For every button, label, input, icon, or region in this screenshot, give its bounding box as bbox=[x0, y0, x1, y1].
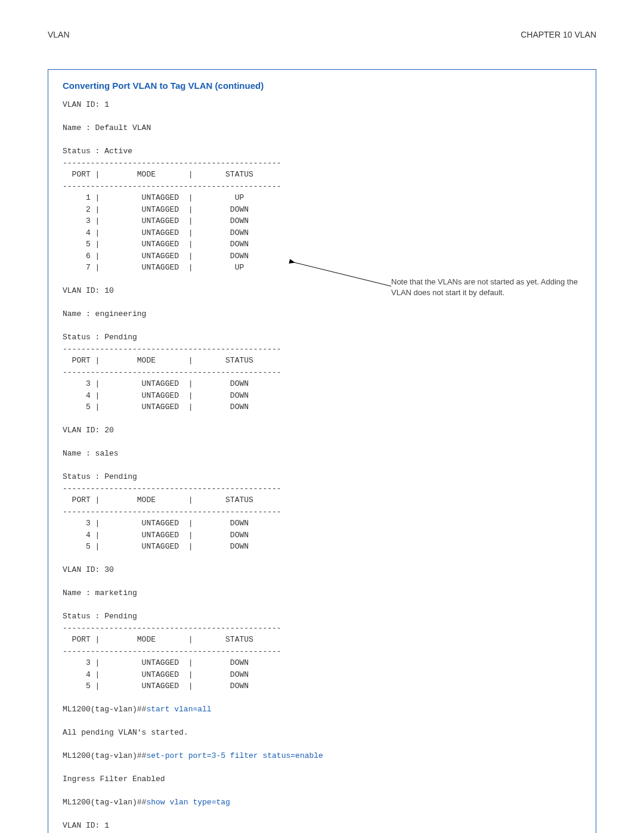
command2: set-port port=3-5 filter status=enable bbox=[146, 751, 323, 760]
box-title: Converting Port VLAN to Tag VLAN (contin… bbox=[63, 80, 581, 91]
vlan30-row: 5 | UNTAGGED | DOWN bbox=[63, 682, 249, 690]
vlan1-row: 7 | UNTAGGED | UP bbox=[63, 263, 244, 272]
prompt3: ML1200(tag-vlan)## bbox=[63, 798, 146, 807]
vlan20-name: Name : sales bbox=[63, 449, 119, 458]
vlan30-row: 4 | UNTAGGED | DOWN bbox=[63, 670, 249, 679]
vlan1-header: PORT | MODE | STATUS bbox=[63, 170, 253, 179]
vlan20-status: Status : Pending bbox=[63, 472, 137, 481]
vlan10-name: Name : engineering bbox=[63, 309, 146, 318]
example-box: Converting Port VLAN to Tag VLAN (contin… bbox=[48, 69, 596, 833]
vlan1-row: 2 | UNTAGGED | DOWN bbox=[63, 205, 249, 214]
vlan-end-id: VLAN ID: 1 bbox=[63, 821, 109, 830]
prompt1: ML1200(tag-vlan)## bbox=[63, 705, 146, 714]
command3: show vlan type=tag bbox=[146, 798, 230, 807]
vlan10-status: Status : Pending bbox=[63, 333, 137, 342]
response2: Ingress Filter Enabled bbox=[63, 775, 165, 784]
dash: ----------------------------------------… bbox=[63, 507, 281, 516]
vlan20-row: 3 | UNTAGGED | DOWN bbox=[63, 519, 249, 528]
header-left: VLAN bbox=[48, 30, 70, 39]
prompt2: ML1200(tag-vlan)## bbox=[63, 751, 146, 760]
dash: ----------------------------------------… bbox=[63, 159, 281, 168]
dash: ----------------------------------------… bbox=[63, 484, 281, 493]
command1: start vlan=all bbox=[146, 705, 211, 714]
document-page: VLAN CHAPTER 10 VLAN Converting Port VLA… bbox=[0, 0, 644, 833]
vlan1-row: 3 | UNTAGGED | DOWN bbox=[63, 216, 249, 225]
vlan1-row: 4 | UNTAGGED | DOWN bbox=[63, 228, 249, 237]
vlan20-row: 5 | UNTAGGED | DOWN bbox=[63, 542, 249, 551]
vlan30-header: PORT | MODE | STATUS bbox=[63, 635, 253, 644]
vlan30-name: Name : marketing bbox=[63, 589, 137, 597]
vlan20-row: 4 | UNTAGGED | DOWN bbox=[63, 531, 249, 540]
dash: ----------------------------------------… bbox=[63, 624, 281, 633]
vlan1-name: Name : Default VLAN bbox=[63, 123, 151, 132]
header-right: CHAPTER 10 VLAN bbox=[521, 30, 596, 39]
dash: ----------------------------------------… bbox=[63, 345, 281, 354]
vlan30-status: Status : Pending bbox=[63, 612, 137, 621]
vlan20-id: VLAN ID: 20 bbox=[63, 426, 114, 435]
dash: ----------------------------------------… bbox=[63, 182, 281, 191]
vlan10-header: PORT | MODE | STATUS bbox=[63, 356, 253, 365]
vlan10-row: 3 | UNTAGGED | DOWN bbox=[63, 379, 249, 388]
terminal-output: VLAN ID: 1 Name : Default VLAN Status : … bbox=[63, 99, 581, 833]
vlan30-row: 3 | UNTAGGED | DOWN bbox=[63, 658, 249, 667]
vlan10-row: 5 | UNTAGGED | DOWN bbox=[63, 402, 249, 411]
vlan1-row: 1 | UNTAGGED | UP bbox=[63, 193, 244, 202]
vlan10-row: 4 | UNTAGGED | DOWN bbox=[63, 391, 249, 400]
vlan20-header: PORT | MODE | STATUS bbox=[63, 496, 253, 504]
vlan1-row: 6 | UNTAGGED | DOWN bbox=[63, 252, 249, 261]
vlan1-id: VLAN ID: 1 bbox=[63, 100, 109, 109]
dash: ----------------------------------------… bbox=[63, 647, 281, 656]
vlan1-row: 5 | UNTAGGED | DOWN bbox=[63, 240, 249, 249]
response1: All pending VLAN's started. bbox=[63, 728, 188, 737]
page-header: VLAN CHAPTER 10 VLAN bbox=[48, 30, 596, 39]
dash: ----------------------------------------… bbox=[63, 368, 281, 377]
vlan30-id: VLAN ID: 30 bbox=[63, 565, 114, 574]
vlan10-id: VLAN ID: 10 bbox=[63, 286, 114, 295]
vlan1-status: Status : Active bbox=[63, 147, 132, 156]
